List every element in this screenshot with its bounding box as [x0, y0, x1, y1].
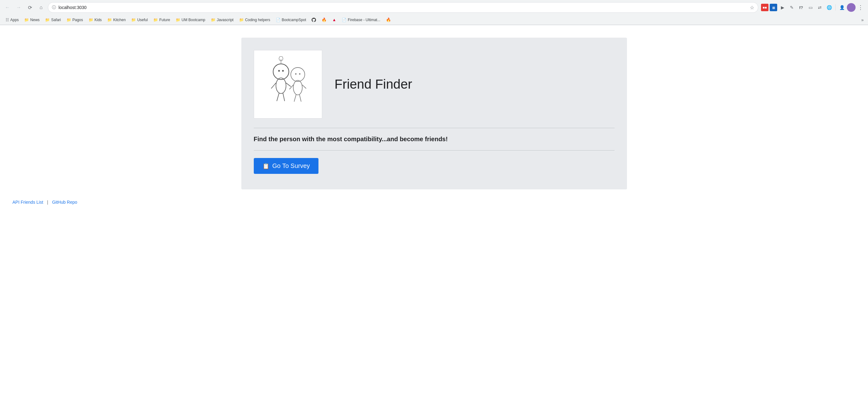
bookmark-github[interactable] — [309, 17, 318, 23]
bookmark-kitchen[interactable]: 📁 Kitchen — [105, 17, 128, 23]
back-forward-icon[interactable]: ⇄ — [815, 3, 824, 12]
button-divider — [254, 150, 615, 151]
bookmark-pagos[interactable]: 📁 Pagos — [64, 17, 86, 23]
bookmark-useful-label: Useful — [137, 18, 148, 22]
bookmark-firebase-ultimate[interactable]: 📄 Firebase - Ultimat... — [339, 17, 383, 23]
fire-icon: 🔥 — [386, 18, 391, 22]
api-friends-link[interactable]: API Friends List — [12, 200, 43, 205]
bookmark-useful[interactable]: 📁 Useful — [129, 17, 150, 23]
account-icon[interactable]: 👤 — [838, 3, 846, 12]
tab-manager-icon[interactable]: ▦ — [770, 4, 777, 11]
bookmark-safari[interactable]: 📁 Safari — [42, 17, 63, 23]
folder-icon: 📁 — [107, 18, 112, 22]
profile-avatar[interactable] — [847, 3, 856, 12]
illustration-box — [254, 50, 322, 119]
folder-icon: 📁 — [45, 18, 50, 22]
bookmarks-more-button[interactable]: » — [860, 17, 865, 23]
cast-icon[interactable]: ▶ — [778, 3, 787, 12]
bookmark-kids-label: Kids — [95, 18, 102, 22]
footer-separator: | — [47, 200, 48, 205]
go-to-survey-button[interactable]: 📋 Go To Survey — [254, 158, 319, 174]
browser-chrome: ← → ⟳ ⌂ ⓘ localhost:3030 ☆ ■■ ▦ ▶ ✎ f? ▭… — [0, 0, 868, 25]
folder-icon: 📁 — [89, 18, 93, 22]
back-button[interactable]: ← — [3, 3, 12, 12]
bookmark-um-bootcamp[interactable]: 📁 UM Bootcamp — [173, 17, 208, 23]
page-icon: 📄 — [276, 18, 281, 22]
toolbar-divider — [835, 4, 836, 10]
svg-line-6 — [277, 93, 279, 101]
bookmark-bootcampspot-label: BootcampSpot — [282, 18, 306, 22]
folder-icon: 📁 — [211, 18, 216, 22]
svg-point-13 — [293, 80, 302, 95]
svg-point-1 — [278, 70, 280, 71]
folder-icon: 📁 — [239, 18, 244, 22]
page-content: Friend Finder Find the person with the m… — [0, 25, 868, 407]
svg-point-12 — [299, 73, 301, 74]
bookmark-um-label: UM Bootcamp — [182, 18, 205, 22]
subtitle-text: Find the person with the most compatibil… — [254, 136, 615, 143]
bookmark-apps[interactable]: ☷ Apps — [3, 17, 21, 23]
bookmark-pagos-label: Pagos — [72, 18, 83, 22]
forward-button[interactable]: → — [14, 3, 23, 12]
github-repo-link[interactable]: GitHub Repo — [52, 200, 77, 205]
url-display: localhost:3030 — [59, 5, 747, 10]
toolbar-icons: ■■ ▦ ▶ ✎ f? ▭ ⇄ 🌐 👤 ⋮ — [761, 3, 865, 12]
address-bar[interactable]: ⓘ localhost:3030 ☆ — [48, 2, 758, 13]
bookmark-kids[interactable]: 📁 Kids — [86, 17, 104, 23]
bookmark-coding-helpers[interactable]: 📁 Coding helpers — [237, 17, 273, 23]
bookmark-javascript[interactable]: 📁 Javascript — [208, 17, 236, 23]
svg-line-14 — [289, 85, 293, 89]
svg-line-16 — [294, 94, 296, 102]
bookmark-bootcampspot[interactable]: 📄 BootcampSpot — [273, 17, 309, 23]
bookmarks-bar: ☷ Apps 📁 News 📁 Safari 📁 Pagos 📁 Kids 📁 … — [0, 15, 868, 25]
svg-line-15 — [302, 85, 306, 89]
reading-mode-icon[interactable]: ▭ — [806, 3, 815, 12]
svg-line-7 — [283, 93, 284, 101]
security-icon: ⓘ — [52, 5, 56, 10]
bookmark-future-label: Future — [159, 18, 170, 22]
firebase-icon: 🔥 — [321, 18, 327, 22]
svg-point-0 — [273, 64, 289, 79]
bookmark-kitchen-label: Kitchen — [113, 18, 126, 22]
folder-icon: 📁 — [67, 18, 71, 22]
survey-button-icon: 📋 — [262, 163, 269, 170]
code-icon[interactable]: f? — [797, 3, 805, 12]
svg-point-10 — [291, 67, 305, 82]
bookmark-apps-label: Apps — [10, 18, 19, 22]
apps-grid-icon: ☷ — [6, 18, 9, 22]
reload-button[interactable]: ⟳ — [26, 3, 34, 12]
bookmark-news[interactable]: 📁 News — [22, 17, 42, 23]
folder-icon: 📁 — [131, 18, 136, 22]
svg-point-3 — [276, 78, 286, 93]
bookmark-future[interactable]: 📁 Future — [151, 17, 173, 23]
survey-button-label: Go To Survey — [273, 162, 310, 170]
bookmark-star-icon[interactable]: ☆ — [750, 5, 754, 10]
bookmark-firebase[interactable]: 🔥 — [319, 17, 329, 23]
home-button[interactable]: ⌂ — [37, 3, 45, 12]
pen-icon[interactable]: ✎ — [787, 3, 796, 12]
page-icon: 📄 — [342, 18, 346, 22]
bookmark-safari-label: Safari — [51, 18, 61, 22]
main-card: Friend Finder Find the person with the m… — [241, 38, 627, 189]
bookmark-angular[interactable]: ▲ — [330, 17, 339, 23]
svg-point-2 — [282, 70, 284, 71]
bookmark-coding-label: Coding helpers — [245, 18, 270, 22]
svg-line-4 — [271, 83, 276, 89]
bookmark-news-label: News — [30, 18, 39, 22]
folder-icon: 📁 — [176, 18, 180, 22]
content-divider — [254, 128, 615, 128]
more-options-button[interactable]: ⋮ — [856, 3, 865, 12]
svg-line-5 — [286, 83, 290, 87]
browser-toolbar: ← → ⟳ ⌂ ⓘ localhost:3030 ☆ ■■ ▦ ▶ ✎ f? ▭… — [0, 0, 868, 15]
angular-icon: ▲ — [332, 18, 336, 22]
github-icon — [312, 18, 316, 22]
folder-icon: 📁 — [24, 18, 29, 22]
friends-illustration — [260, 56, 316, 112]
bookmark-javascript-label: Javascript — [217, 18, 234, 22]
app-title: Friend Finder — [335, 77, 412, 92]
extensions-menu-icon[interactable]: ■■ — [761, 4, 769, 11]
bookmark-firebase-ultimate-label: Firebase - Ultimat... — [348, 18, 380, 22]
footer-links: API Friends List | GitHub Repo — [6, 199, 862, 205]
bookmark-firebase-fire[interactable]: 🔥 — [383, 17, 394, 23]
translate-icon[interactable]: 🌐 — [825, 3, 834, 12]
